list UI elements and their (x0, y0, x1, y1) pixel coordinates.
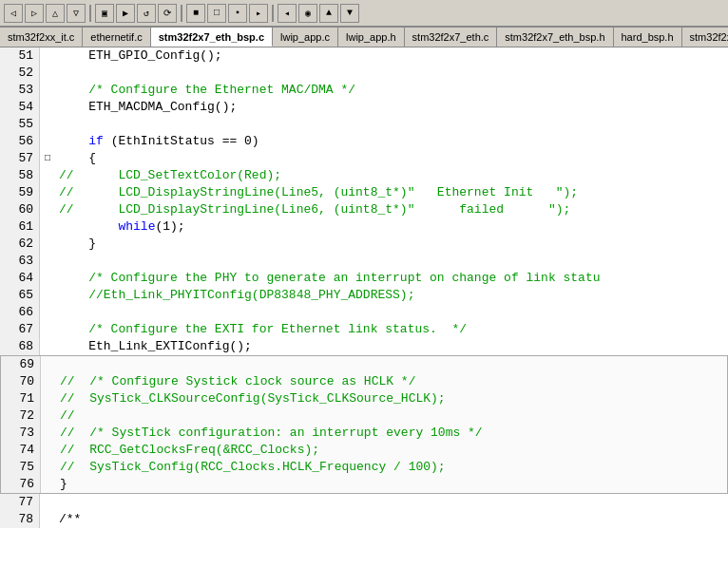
code-line-71: 71// SysTick_CLKSourceConfig(SysTick_CLK… (0, 390, 728, 407)
toolbar-button-8[interactable]: ■ (186, 4, 205, 23)
fold-marker-78 (40, 511, 55, 528)
line-number-66: 66 (0, 304, 40, 321)
code-line-62: 62 } (0, 236, 728, 253)
line-number-55: 55 (0, 116, 40, 133)
fold-marker-60 (40, 201, 55, 218)
line-number-54: 54 (0, 99, 40, 116)
code-line-65: 65 //Eth_Link_PHYITConfig(DP83848_PHY_AD… (0, 287, 728, 304)
code-line-72: 72// (0, 407, 728, 425)
fold-marker-52 (40, 65, 55, 82)
fold-marker-70 (41, 373, 56, 390)
toolbar-button-9[interactable]: □ (207, 4, 226, 23)
tab-0[interactable]: stm32f2xx_it.c (0, 27, 83, 47)
line-number-76: 76 (1, 476, 41, 493)
code-content-52 (55, 65, 59, 82)
tab-bar[interactable]: stm32f2xx_it.cethernetif.cstm32f2x7_eth_… (0, 27, 728, 47)
fold-marker-67 (40, 321, 55, 338)
line-number-65: 65 (0, 287, 40, 304)
toolbar-button-1[interactable]: ▷ (25, 4, 44, 23)
code-content-68: Eth_Link_EXTIConfig(); (55, 338, 252, 355)
code-line-69: 69 (0, 355, 728, 373)
code-content-57: { (55, 150, 96, 167)
line-number-68: 68 (0, 338, 40, 355)
fold-marker-66 (40, 304, 55, 321)
toolbar: ◁▷△▽▣▶↺⟳■□▪▸◂◉▲▼ (0, 0, 728, 27)
code-line-77: 77 (0, 494, 728, 511)
fold-marker-53 (40, 82, 55, 99)
line-number-63: 63 (0, 253, 40, 270)
fold-marker-63 (40, 253, 55, 270)
code-content-64: /* Configure the PHY to generate an inte… (55, 270, 601, 287)
toolbar-button-4[interactable]: ▣ (95, 4, 114, 23)
toolbar-button-2[interactable]: △ (46, 4, 65, 23)
toolbar-button-13[interactable]: ◉ (298, 4, 317, 23)
line-number-73: 73 (1, 425, 41, 442)
tab-8[interactable]: stm32f2x7_eth.h (682, 27, 728, 47)
fold-marker-59 (40, 184, 55, 201)
line-number-67: 67 (0, 321, 40, 338)
code-content-51: ETH_GPIO_Config(); (55, 47, 222, 65)
toolbar-button-5[interactable]: ▶ (116, 4, 135, 23)
line-number-70: 70 (1, 373, 41, 390)
code-line-52: 52 (0, 65, 728, 82)
code-content-72: // (56, 407, 75, 425)
line-number-69: 69 (1, 356, 41, 373)
code-content-56: if (EthInitStatus == 0) (55, 133, 259, 150)
toolbar-button-3[interactable]: ▽ (67, 4, 86, 23)
code-line-59: 59// LCD_DisplayStringLine(Line5, (uint8… (0, 184, 728, 201)
line-number-62: 62 (0, 236, 40, 253)
code-content-76: } (56, 476, 67, 493)
tab-6[interactable]: stm32f2x7_eth_bsp.h (497, 27, 613, 47)
toolbar-button-7[interactable]: ⟳ (158, 4, 177, 23)
toolbar-button-6[interactable]: ↺ (137, 4, 156, 23)
code-content-75: // SysTick_Config(RCC_Clocks.HCLK_Freque… (56, 459, 446, 476)
code-line-54: 54 ETH_MACDMA_Config(); (0, 99, 728, 116)
line-number-77: 77 (0, 494, 40, 511)
tab-4[interactable]: lwip_app.h (338, 27, 405, 47)
line-number-58: 58 (0, 167, 40, 184)
toolbar-button-15[interactable]: ▼ (340, 4, 359, 23)
code-line-66: 66 (0, 304, 728, 321)
code-content-73: // /* SystTick configuration: an interru… (56, 425, 483, 442)
toolbar-button-11[interactable]: ▸ (249, 4, 268, 23)
fold-marker-58 (40, 167, 55, 184)
code-content-77 (55, 494, 59, 511)
code-content-55 (55, 116, 59, 133)
fold-marker-76 (41, 476, 56, 493)
code-line-67: 67 /* Configure the EXTI for Ethernet li… (0, 321, 728, 338)
toolbar-button-0[interactable]: ◁ (4, 4, 23, 23)
code-line-55: 55 (0, 116, 728, 133)
line-number-71: 71 (1, 390, 41, 407)
line-number-52: 52 (0, 65, 40, 82)
line-number-53: 53 (0, 82, 40, 99)
fold-marker-64 (40, 270, 55, 287)
fold-marker-75 (41, 459, 56, 476)
code-line-74: 74// RCC_GetClocksFreq(&RCC_Clocks); (0, 442, 728, 459)
code-content-62: } (55, 236, 96, 253)
toolbar-button-10[interactable]: ▪ (228, 4, 247, 23)
toolbar-button-12[interactable]: ◂ (278, 4, 297, 23)
fold-marker-57[interactable]: □ (40, 150, 55, 167)
tab-7[interactable]: hard_bsp.h (614, 27, 682, 47)
tab-5[interactable]: stm32f2x7_eth.c (405, 27, 498, 47)
line-number-56: 56 (0, 133, 40, 150)
fold-marker-73 (41, 425, 56, 442)
fold-marker-62 (40, 236, 55, 253)
tab-2[interactable]: stm32f2x7_eth_bsp.c (151, 27, 273, 47)
tab-3[interactable]: lwip_app.c (273, 27, 338, 47)
code-content-70: // /* Configure Systick clock source as … (56, 373, 415, 390)
code-line-51: 51 ETH_GPIO_Config(); (0, 47, 728, 65)
fold-marker-69 (41, 356, 56, 373)
toolbar-button-14[interactable]: ▲ (319, 4, 338, 23)
code-content-58: // LCD_SetTextColor(Red); (55, 167, 281, 184)
line-number-75: 75 (1, 459, 41, 476)
fold-marker-71 (41, 390, 56, 407)
fold-marker-72 (41, 407, 56, 425)
code-content-63 (55, 253, 59, 270)
fold-marker-74 (41, 442, 56, 459)
fold-marker-54 (40, 99, 55, 116)
fold-marker-68 (40, 338, 55, 355)
tab-1[interactable]: ethernetif.c (83, 27, 150, 47)
fold-marker-65 (40, 287, 55, 304)
code-line-70: 70// /* Configure Systick clock source a… (0, 373, 728, 390)
